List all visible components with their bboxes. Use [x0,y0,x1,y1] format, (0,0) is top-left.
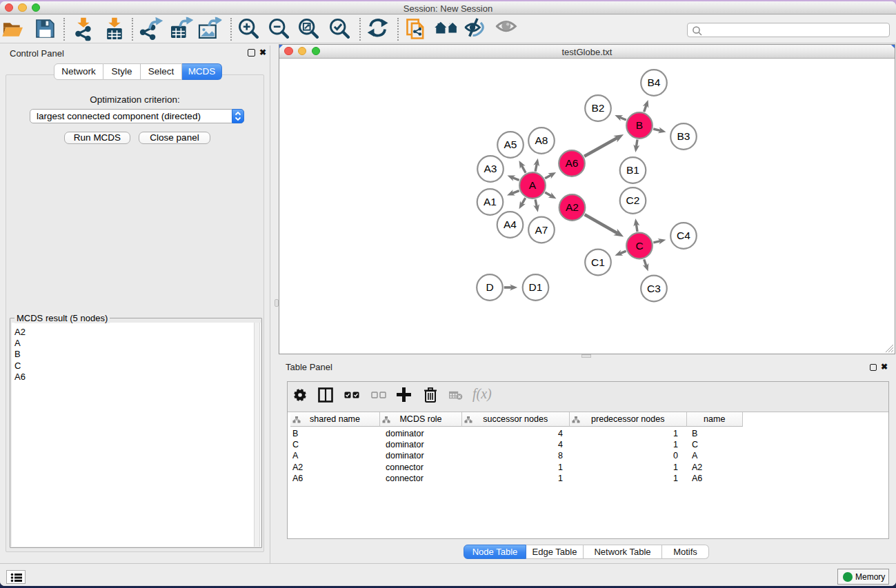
svg-text:C3: C3 [647,283,661,294]
svg-text:C2: C2 [626,194,640,206]
svg-text:B: B [636,119,643,131]
svg-text:A8: A8 [535,134,548,146]
svg-text:D1: D1 [529,281,543,293]
svg-text:B2: B2 [592,102,605,114]
svg-text:B3: B3 [677,130,690,142]
svg-text:A1: A1 [484,196,497,207]
svg-text:C4: C4 [677,230,690,241]
svg-text:A4: A4 [504,219,517,230]
svg-text:A7: A7 [535,224,548,236]
svg-text:A3: A3 [484,163,497,174]
svg-text:C: C [635,240,643,252]
svg-text:D: D [486,281,493,293]
svg-text:A: A [529,179,537,191]
svg-text:A6: A6 [566,157,579,169]
svg-text:B1: B1 [626,164,639,176]
svg-text:B4: B4 [648,77,661,88]
svg-text:C1: C1 [591,256,605,268]
svg-text:A5: A5 [504,139,517,150]
svg-text:A2: A2 [566,201,579,213]
